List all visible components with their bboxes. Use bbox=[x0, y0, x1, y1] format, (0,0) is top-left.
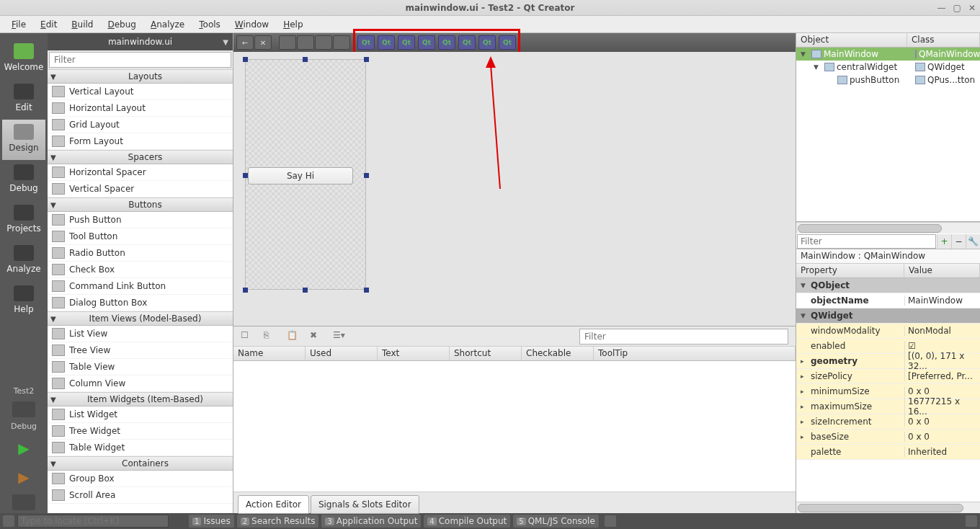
rail-design[interactable]: Design bbox=[2, 120, 45, 160]
resize-handle[interactable] bbox=[303, 57, 308, 62]
debug-run-button[interactable]: ▶ bbox=[18, 468, 29, 486]
widgetbox-item[interactable]: Tool Button bbox=[48, 228, 233, 245]
open-file-label[interactable]: mainwindow.ui bbox=[108, 37, 172, 47]
menu-file[interactable]: File bbox=[6, 18, 32, 31]
property-row[interactable]: ▸sizeIncrement0 x 0 bbox=[796, 414, 980, 430]
object-row[interactable]: ▼MainWindowQMainWindow bbox=[796, 48, 980, 61]
minimize-icon[interactable]: — bbox=[937, 3, 946, 13]
property-row[interactable]: ▸maximumSize16777215 x 16... bbox=[796, 399, 980, 414]
widgetbox-item[interactable]: List View bbox=[48, 326, 233, 342]
resize-handle[interactable] bbox=[364, 173, 369, 178]
edit-widgets-icon[interactable] bbox=[279, 35, 296, 50]
menu-analyze[interactable]: Analyze bbox=[145, 18, 190, 31]
tab-action-editor[interactable]: Action Editor bbox=[238, 495, 309, 514]
close-icon[interactable]: ✕ bbox=[968, 3, 976, 13]
sidebar-toggle-icon[interactable] bbox=[966, 515, 977, 527]
menu-edit[interactable]: Edit bbox=[35, 18, 63, 31]
output-tab[interactable]: 1Issues bbox=[189, 515, 234, 528]
action-table-body[interactable] bbox=[233, 361, 796, 492]
widgetbox-category[interactable]: ▼Item Views (Model-Based) bbox=[48, 311, 233, 326]
output-tab[interactable]: 4Compile Output bbox=[424, 515, 510, 528]
edit-signals-icon[interactable] bbox=[297, 35, 314, 50]
rail-target-selector[interactable] bbox=[12, 401, 35, 417]
rail-debug[interactable]: Debug bbox=[2, 160, 45, 200]
layout-qt-icon[interactable]: Qt bbox=[418, 35, 435, 50]
widgetbox-item[interactable]: Tree View bbox=[48, 342, 233, 359]
layout-qt-icon[interactable]: Qt bbox=[398, 35, 415, 50]
locator-input[interactable] bbox=[17, 515, 169, 528]
widgetbox-category[interactable]: ▼Buttons bbox=[48, 197, 233, 212]
col-text[interactable]: Text bbox=[378, 347, 450, 360]
property-category[interactable]: ▼QWidget bbox=[796, 308, 980, 324]
col-class[interactable]: Class bbox=[907, 33, 980, 47]
form-pushbutton[interactable]: Say Hi bbox=[248, 167, 353, 185]
menu-window[interactable]: Window bbox=[229, 18, 275, 31]
widgetbox-item[interactable]: List Widget bbox=[48, 406, 233, 423]
layout-qt-icon[interactable]: Qt bbox=[378, 35, 395, 50]
widgetbox-category[interactable]: ▼Containers bbox=[48, 456, 233, 471]
widgetbox-item[interactable]: Grid Layout bbox=[48, 117, 233, 133]
menu-build[interactable]: Build bbox=[66, 18, 99, 31]
copy-action-icon[interactable]: ⎘ bbox=[264, 330, 277, 343]
property-category[interactable]: ▼QObject bbox=[796, 278, 980, 293]
widgetbox-item[interactable]: Table Widget bbox=[48, 440, 233, 456]
widgetbox-item[interactable]: Check Box bbox=[48, 262, 233, 278]
rail-help[interactable]: Help bbox=[2, 281, 45, 321]
widgetbox-category[interactable]: ▼Spacers bbox=[48, 150, 233, 164]
widgetbox-item[interactable]: Command Link Button bbox=[48, 278, 233, 295]
object-row[interactable]: pushButtonQPus...tton bbox=[796, 74, 980, 86]
paste-action-icon[interactable]: 📋 bbox=[287, 330, 300, 343]
property-row[interactable]: ▸geometry[(0, 0), 171 x 32... bbox=[796, 354, 980, 369]
close-doc-icon[interactable]: ✕ bbox=[254, 35, 272, 50]
widgetbox-item[interactable]: Vertical Spacer bbox=[48, 181, 233, 197]
new-action-icon[interactable]: ☐ bbox=[241, 330, 254, 343]
col-used[interactable]: Used bbox=[306, 347, 378, 360]
resize-handle[interactable] bbox=[303, 288, 308, 293]
resize-handle[interactable] bbox=[243, 57, 248, 62]
widgetbox-item[interactable]: Tree Widget bbox=[48, 423, 233, 440]
widgetbox-item[interactable]: Form Layout bbox=[48, 133, 233, 150]
layout-qt-icon[interactable]: Qt bbox=[499, 35, 516, 50]
col-object[interactable]: Object bbox=[796, 33, 907, 47]
widgetbox-item[interactable]: Column View bbox=[48, 375, 233, 392]
widgetbox-category[interactable]: ▼Layouts bbox=[48, 69, 233, 84]
widgetbox-item[interactable]: Group Box bbox=[48, 471, 233, 487]
rail-projects[interactable]: Projects bbox=[2, 200, 45, 241]
object-row[interactable]: ▼centralWidgetQWidget bbox=[796, 61, 980, 74]
back-icon[interactable]: ← bbox=[236, 35, 254, 50]
col-property[interactable]: Property bbox=[796, 264, 904, 277]
chevron-down-icon[interactable]: ▼ bbox=[223, 38, 228, 46]
col-tooltip[interactable]: ToolTip bbox=[594, 347, 796, 360]
layout-qt-icon[interactable]: Qt bbox=[478, 35, 496, 50]
property-table[interactable]: ▼QObjectobjectNameMainWindow▼QWidgetwind… bbox=[796, 278, 980, 502]
rail-analyze[interactable]: Analyze bbox=[2, 241, 45, 281]
widgetbox-item[interactable]: Horizontal Layout bbox=[48, 100, 233, 117]
output-tab[interactable]: 3Application Output bbox=[321, 515, 421, 528]
widgetbox-item[interactable]: Scroll Area bbox=[48, 487, 233, 504]
widgetbox-item[interactable]: Horizontal Spacer bbox=[48, 164, 233, 181]
output-tab[interactable]: 5QML/JS Console bbox=[513, 515, 599, 528]
resize-handle[interactable] bbox=[364, 288, 369, 293]
widgetbox-item[interactable]: Table View bbox=[48, 359, 233, 375]
build-button[interactable] bbox=[12, 494, 35, 510]
widgetbox-item[interactable]: Radio Button bbox=[48, 245, 233, 262]
layout-qt-icon[interactable]: Qt bbox=[438, 35, 455, 50]
remove-property-icon[interactable]: − bbox=[951, 234, 966, 249]
horizontal-scrollbar[interactable] bbox=[796, 502, 980, 513]
edit-buddies-icon[interactable] bbox=[315, 35, 332, 50]
action-filter[interactable] bbox=[579, 329, 788, 344]
resize-handle[interactable] bbox=[243, 173, 248, 178]
menu-help[interactable]: Help bbox=[277, 18, 308, 31]
menu-tools[interactable]: Tools bbox=[193, 18, 226, 31]
widgetbox-category[interactable]: ▼Item Widgets (Item-Based) bbox=[48, 392, 233, 406]
output-tab[interactable]: 2Search Results bbox=[237, 515, 319, 528]
object-inspector-tree[interactable]: ▼MainWindowQMainWindow▼centralWidgetQWid… bbox=[796, 48, 980, 222]
rail-edit[interactable]: Edit bbox=[2, 79, 45, 120]
form-canvas[interactable]: Say Hi bbox=[233, 52, 796, 326]
widgetbox-item[interactable]: Dialog Button Box bbox=[48, 295, 233, 311]
property-row[interactable]: objectNameMainWindow bbox=[796, 293, 980, 308]
expand-icon[interactable] bbox=[605, 515, 616, 527]
tab-signals-slots[interactable]: Signals & Slots Editor bbox=[311, 495, 419, 514]
layout-qt-icon[interactable]: Qt bbox=[357, 35, 375, 50]
delete-action-icon[interactable]: ✖ bbox=[310, 330, 323, 343]
